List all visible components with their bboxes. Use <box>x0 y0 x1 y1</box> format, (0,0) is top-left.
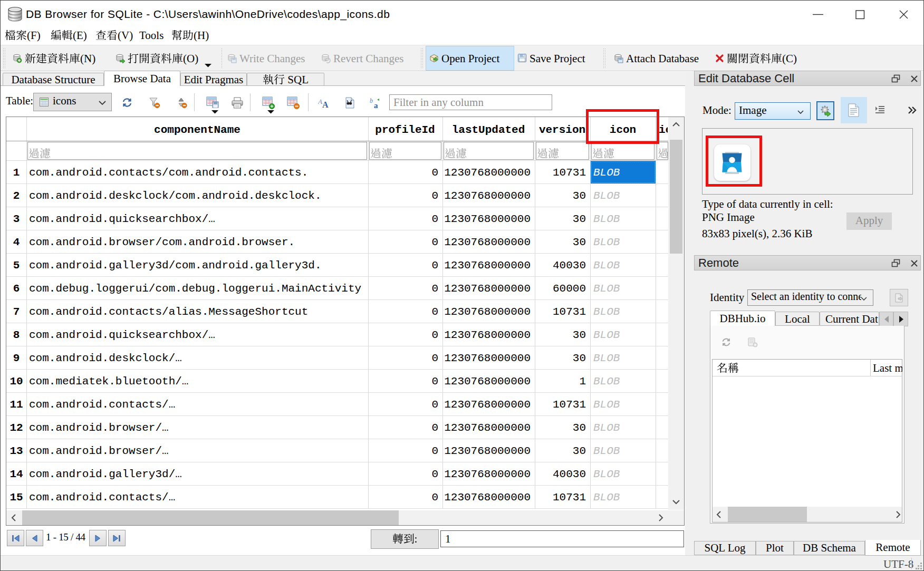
svg-text:a: a <box>374 101 378 109</box>
svg-text:A: A <box>322 100 329 108</box>
svg-text:b: b <box>370 98 373 104</box>
svg-text:A: A <box>318 98 322 105</box>
